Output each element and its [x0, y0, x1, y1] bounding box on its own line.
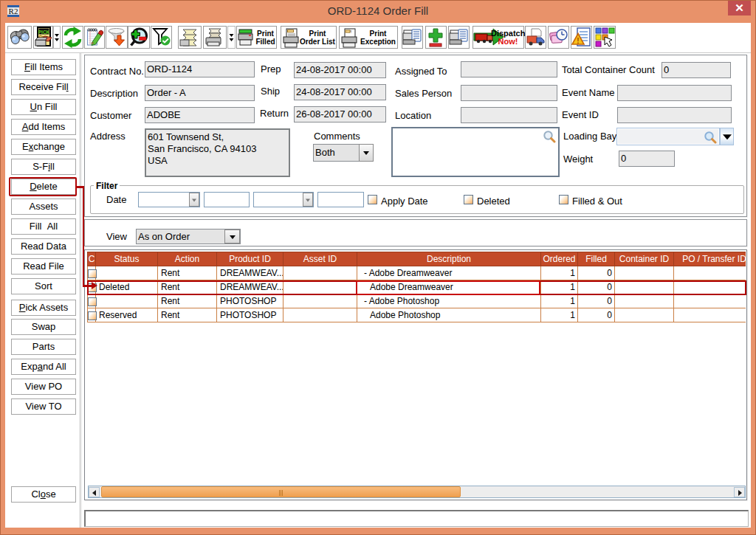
- svg-text:!: !: [577, 37, 579, 45]
- svg-text:PICK: PICK: [38, 30, 50, 35]
